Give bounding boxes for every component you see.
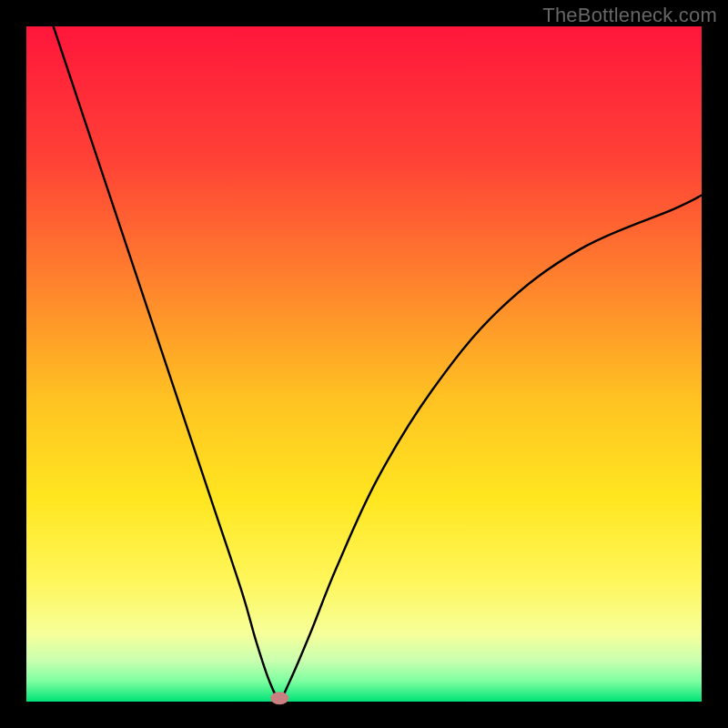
- bottleneck-chart: [0, 0, 728, 728]
- chart-frame: TheBottleneck.com: [0, 0, 728, 728]
- watermark-text: TheBottleneck.com: [542, 4, 717, 27]
- optimal-marker: [270, 692, 288, 704]
- plot-background: [26, 26, 702, 702]
